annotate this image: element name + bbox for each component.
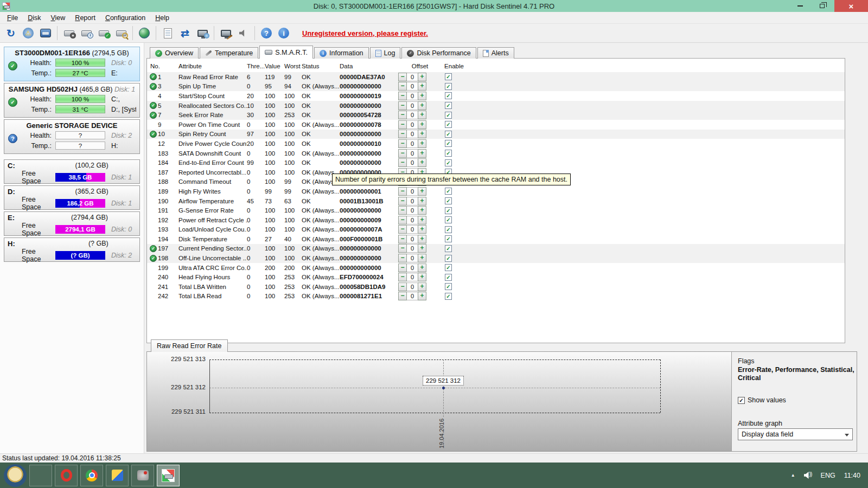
table-row[interactable]: ✓5Reallocated Sectors Co...10100100OK000…: [147, 101, 845, 111]
offset-decrement-button[interactable]: −: [398, 254, 407, 262]
table-row[interactable]: ✓1Raw Read Error Rate611999OK00000DAE37A…: [147, 72, 845, 82]
disk-display-icon[interactable]: [37, 25, 54, 41]
disk-gauge-icon[interactable]: [60, 25, 78, 41]
offset-decrement-button[interactable]: −: [398, 139, 407, 148]
offset-decrement-button[interactable]: −: [398, 206, 407, 215]
offset-increment-button[interactable]: +: [418, 149, 426, 158]
graph-tab[interactable]: Raw Read Error Rate: [151, 339, 228, 352]
menu-file[interactable]: File: [2, 13, 23, 23]
world-disk-icon[interactable]: [136, 25, 153, 41]
enable-checkbox[interactable]: ✓: [445, 140, 452, 147]
col-header-attribute[interactable]: Attribute: [178, 63, 247, 69]
enable-checkbox[interactable]: ✓: [445, 235, 452, 242]
enable-checkbox[interactable]: ✓: [445, 121, 452, 128]
taskbar-app-app-yellow[interactable]: [106, 465, 129, 486]
col-header-no[interactable]: No.: [147, 63, 178, 69]
offset-increment-button[interactable]: +: [418, 101, 426, 110]
enable-checkbox[interactable]: ✓: [445, 216, 452, 223]
enable-checkbox[interactable]: ✓: [445, 245, 452, 252]
offset-increment-button[interactable]: +: [418, 206, 426, 215]
table-row[interactable]: 194Disk Temperature02740OK (Always...000…: [147, 234, 845, 244]
minimize-button[interactable]: [792, 0, 808, 12]
menu-help[interactable]: Help: [150, 13, 174, 23]
offset-increment-button[interactable]: +: [418, 273, 426, 281]
offset-decrement-button[interactable]: −: [398, 73, 407, 81]
offset-increment-button[interactable]: +: [418, 158, 426, 167]
sync-icon[interactable]: ⇄: [176, 25, 194, 41]
table-row[interactable]: 199Ultra ATA CRC Error Co...0200200OK (A…: [147, 263, 845, 273]
table-row[interactable]: 189High Fly Writes09999OK (Always...0000…: [147, 187, 845, 196]
enable-checkbox[interactable]: ✓: [445, 131, 452, 138]
attribute-graph-dropdown[interactable]: Display data field: [738, 428, 853, 440]
offset-decrement-button[interactable]: −: [398, 216, 407, 224]
disk-panel-0[interactable]: ST3000DM001-1ER166 (2794,5 GB)✓Health:10…: [4, 47, 140, 81]
tab-information[interactable]: iInformation: [314, 47, 369, 59]
disk-check-icon[interactable]: ✓: [95, 25, 112, 41]
disk-panel-1[interactable]: SAMSUNG HD502HJ (465,8 GB) Disk: 1✓Healt…: [4, 83, 140, 118]
table-row[interactable]: 192Power off Retract Cycle ...0100100OK …: [147, 215, 845, 225]
offset-increment-button[interactable]: +: [418, 264, 426, 272]
table-row[interactable]: 193Load/Unload Cycle Cou...0100100OK (Al…: [147, 225, 845, 235]
refresh-icon[interactable]: ↻: [2, 25, 20, 41]
offset-increment-button[interactable]: +: [418, 111, 426, 119]
enable-checkbox[interactable]: ✓: [445, 197, 452, 204]
tab-log[interactable]: Log: [370, 47, 401, 59]
tab-overview[interactable]: ✓Overview: [150, 47, 199, 59]
enable-checkbox[interactable]: ✓: [445, 92, 452, 99]
offset-increment-button[interactable]: +: [418, 73, 426, 81]
table-row[interactable]: ✓10Spin Retry Count97100100OK00000000000…: [147, 130, 845, 139]
offset-decrement-button[interactable]: −: [398, 225, 407, 234]
partition-panel-C[interactable]: C:(100,2 GB)Free Space38,5 GBDisk: 1: [4, 159, 140, 184]
enable-checkbox[interactable]: ✓: [445, 264, 452, 271]
enable-checkbox[interactable]: ✓: [445, 83, 452, 90]
offset-decrement-button[interactable]: −: [398, 120, 407, 129]
offset-increment-button[interactable]: +: [418, 292, 426, 300]
tab-alerts[interactable]: Alerts: [477, 47, 514, 59]
partition-panel-D[interactable]: D:(365,2 GB)Free Space186,2 GBDisk: 1: [4, 185, 140, 210]
table-row[interactable]: 241Total LBA Written0100253OK (Always...…: [147, 282, 845, 292]
disk-panel-2[interactable]: Generic STORAGE DEVICE?Health:?Disk: 2Te…: [4, 119, 140, 154]
offset-increment-button[interactable]: +: [418, 225, 426, 234]
col-header-value[interactable]: Value: [265, 63, 284, 69]
sound-icon[interactable]: [234, 25, 252, 41]
table-row[interactable]: 191G-Sense Error Rate0100100OK (Always..…: [147, 206, 845, 215]
enable-checkbox[interactable]: ✓: [445, 207, 452, 214]
enable-checkbox[interactable]: ✓: [445, 188, 452, 195]
offset-decrement-button[interactable]: −: [398, 264, 407, 272]
taskbar-app-app-gray[interactable]: [131, 465, 154, 486]
menu-report[interactable]: Report: [70, 13, 100, 23]
offset-decrement-button[interactable]: −: [398, 292, 407, 300]
offset-decrement-button[interactable]: −: [398, 101, 407, 110]
table-row[interactable]: 190Airflow Temperature457363OK00001B1300…: [147, 196, 845, 206]
table-row[interactable]: ✓198Off-Line Uncorrectable ...0100100OK …: [147, 253, 845, 263]
col-header-threshold[interactable]: Thre...: [247, 63, 265, 69]
network-icon[interactable]: [194, 25, 211, 41]
register-link[interactable]: Unregistered version, please register.: [302, 29, 428, 37]
show-values-checkbox[interactable]: ✓: [738, 397, 745, 404]
offset-increment-button[interactable]: +: [418, 139, 426, 148]
col-header-worst[interactable]: Worst: [284, 63, 302, 69]
volume-icon[interactable]: [804, 472, 812, 479]
offset-decrement-button[interactable]: −: [398, 158, 407, 167]
tab-disk-performance[interactable]: Disk Performance: [401, 47, 476, 59]
disk-search-icon[interactable]: [112, 25, 130, 41]
enable-checkbox[interactable]: ✓: [445, 159, 452, 166]
offset-increment-button[interactable]: +: [418, 187, 426, 196]
menu-configuration[interactable]: Configuration: [100, 13, 150, 23]
table-row[interactable]: ✓3Spin Up Time09594OK (Always...00000000…: [147, 82, 845, 92]
col-header-enable[interactable]: Enable: [442, 63, 467, 69]
offset-decrement-button[interactable]: −: [398, 235, 407, 243]
enable-checkbox[interactable]: ✓: [445, 150, 452, 157]
offset-increment-button[interactable]: +: [418, 244, 426, 253]
computer-test-icon[interactable]: [217, 25, 234, 41]
partition-panel-E[interactable]: E:(2794,4 GB)Free Space2794,1 GBDisk: 0: [4, 211, 140, 236]
offset-decrement-button[interactable]: −: [398, 149, 407, 158]
table-row[interactable]: 183SATA Downshift Count0100100OK (Always…: [147, 149, 845, 158]
clock[interactable]: 11:40: [844, 472, 860, 479]
tab-temperature[interactable]: Temperature: [200, 47, 258, 59]
col-header-status[interactable]: Status: [302, 63, 340, 69]
table-row[interactable]: 240Head Flying Hours0100253OK (Always...…: [147, 272, 845, 282]
language-indicator[interactable]: ENG: [821, 472, 835, 479]
offset-decrement-button[interactable]: −: [398, 244, 407, 253]
tray-chevron-icon[interactable]: ▲: [791, 473, 795, 478]
